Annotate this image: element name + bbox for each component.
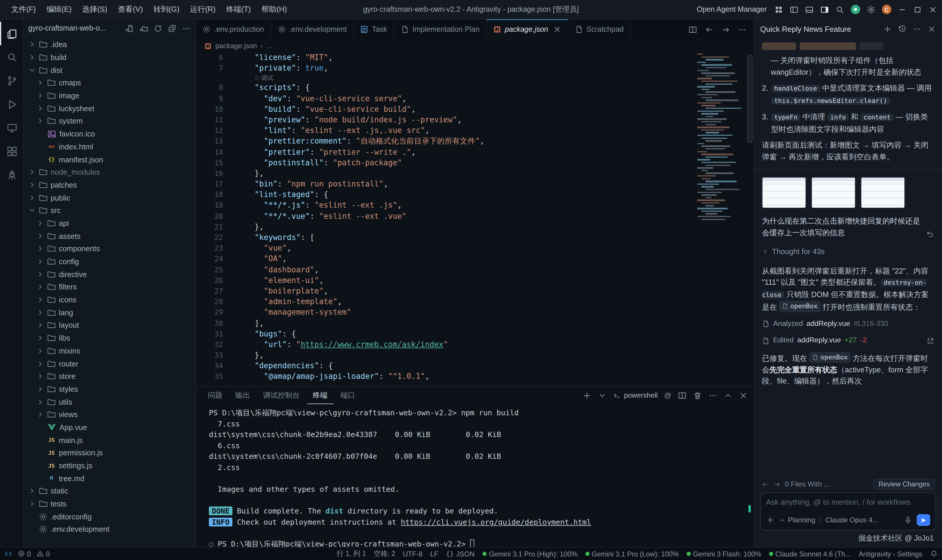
settings-gear-icon[interactable] bbox=[867, 5, 876, 14]
split-icon[interactable] bbox=[678, 391, 686, 400]
problems-warnings[interactable]: 0 bbox=[36, 550, 50, 558]
collapse-all-icon[interactable] bbox=[168, 24, 177, 33]
tree-item-node-modules[interactable]: node_modules bbox=[23, 166, 195, 178]
more-icon[interactable] bbox=[182, 24, 191, 33]
screenshot-thumbnail[interactable] bbox=[762, 177, 806, 208]
new-file-icon[interactable] bbox=[125, 24, 134, 33]
tree-item-image[interactable]: image bbox=[23, 89, 195, 102]
code-chip[interactable]: handleClose bbox=[771, 85, 820, 92]
tree-item-router[interactable]: router bbox=[23, 357, 195, 370]
tree-item-styles[interactable]: styles bbox=[23, 383, 195, 395]
tree-item-tests[interactable]: tests bbox=[23, 498, 195, 510]
menu-h[interactable]: 帮助(H) bbox=[256, 5, 292, 14]
tree-item-settings-js[interactable]: JSsettings.js bbox=[23, 459, 195, 472]
activity-rocket[interactable] bbox=[0, 163, 23, 186]
breadcrumb-file[interactable]: package.json bbox=[215, 42, 257, 50]
close-window-button[interactable] bbox=[928, 5, 937, 14]
code-chip[interactable]: destroy-on-close bbox=[762, 279, 927, 298]
tab-task[interactable]: Task bbox=[354, 19, 394, 39]
status-gemini-3-1-pro-low-100[interactable]: Gemini 3.1 Pro (Low): 100% bbox=[585, 550, 679, 558]
tree-item-filters[interactable]: filters bbox=[23, 281, 195, 293]
tree-item-main-js[interactable]: JSmain.js bbox=[23, 434, 195, 446]
tree-item-utils[interactable]: utils bbox=[23, 395, 195, 408]
tree-item-config[interactable]: config bbox=[23, 255, 195, 268]
tree-item-libs[interactable]: libs bbox=[23, 332, 195, 345]
activity-search[interactable] bbox=[0, 45, 23, 69]
tree-item-env-development[interactable]: .env.development bbox=[23, 523, 195, 535]
refresh-icon[interactable] bbox=[154, 24, 162, 33]
split-icon[interactable] bbox=[688, 25, 697, 34]
more-icon[interactable] bbox=[738, 25, 747, 34]
terminal-tab-item[interactable]: 调试控制台 bbox=[257, 386, 306, 404]
tree-item-tree-md[interactable]: Mtree.md bbox=[23, 472, 195, 485]
status-gemini-3-1-pro-high-100[interactable]: Gemini 3.1 Pro (High): 100% bbox=[482, 550, 577, 558]
status-utf-8[interactable]: UTF-8 bbox=[403, 550, 423, 558]
tree-item-public[interactable]: public bbox=[23, 191, 195, 204]
open-agent-manager-button[interactable]: Open Agent Manager bbox=[697, 5, 767, 14]
tab-env-production[interactable]: .env.production bbox=[196, 19, 271, 39]
tool-call[interactable]: EditedaddReply.vue+27-2 bbox=[762, 335, 934, 346]
code-editor[interactable]: 6 "license": "MIT",7 "private": true,▷调试… bbox=[196, 52, 754, 386]
arrow-right-icon[interactable] bbox=[721, 25, 730, 34]
problems-errors[interactable]: 0 bbox=[17, 550, 31, 558]
tab-scratchpad[interactable]: Scratchpad bbox=[568, 19, 630, 39]
activity-run-debug[interactable] bbox=[0, 92, 23, 116]
tree-item-api[interactable]: api bbox=[23, 217, 195, 229]
status-antigravity-settings[interactable]: Antigravity - Settings bbox=[859, 550, 922, 558]
mode-selector[interactable]: Planning bbox=[779, 516, 815, 524]
tree-item-views[interactable]: views bbox=[23, 408, 195, 421]
arrow-left-icon[interactable] bbox=[705, 25, 714, 34]
terminal-tab-item[interactable]: 输出 bbox=[229, 386, 256, 404]
terminal-link[interactable]: https://cli.vuejs.org/guide/deployment.h… bbox=[401, 518, 591, 526]
code-link[interactable]: https://www.crmeb.com/ask/index bbox=[301, 340, 443, 349]
trash-icon[interactable] bbox=[693, 391, 702, 400]
search-icon[interactable] bbox=[836, 5, 844, 14]
more-icon[interactable] bbox=[708, 391, 717, 400]
terminal-tab-item[interactable]: 终端 bbox=[307, 386, 333, 404]
codelens-debug[interactable]: ▷调试 bbox=[196, 74, 695, 83]
menu-r[interactable]: 运行(R) bbox=[185, 5, 221, 14]
tab-implementation-plan[interactable]: Implementation Plan bbox=[394, 19, 486, 39]
tree-item-build[interactable]: build bbox=[23, 51, 195, 63]
tree-item-components[interactable]: components bbox=[23, 242, 195, 255]
close-icon[interactable] bbox=[927, 25, 936, 34]
explorer-root-label[interactable]: gyro-craftsman-web-o... bbox=[28, 24, 120, 32]
tree-item-manifest-json[interactable]: {}manifest.json bbox=[23, 153, 195, 166]
status-gemini-3-flash-100[interactable]: Gemini 3 Flash: 100% bbox=[686, 550, 761, 558]
review-changes-button[interactable]: Review Changes bbox=[873, 479, 935, 489]
tree-item-dist[interactable]: dist bbox=[23, 64, 195, 77]
code-chip[interactable]: info bbox=[827, 114, 849, 121]
tree-item-permission-js[interactable]: JSpermission.js bbox=[23, 446, 195, 459]
tree-item-store[interactable]: store bbox=[23, 370, 195, 383]
grid-icon[interactable] bbox=[774, 5, 783, 14]
code-chip[interactable]: content bbox=[860, 114, 894, 121]
thought-toggle[interactable]: Thought for 43s bbox=[762, 246, 934, 257]
tree-item-cmaps[interactable]: cmaps bbox=[23, 77, 195, 89]
minimap[interactable] bbox=[695, 54, 745, 386]
code-chip[interactable]: typeFn bbox=[771, 114, 800, 121]
terminal-tab-item[interactable]: 问题 bbox=[202, 386, 228, 404]
antigravity-logo-icon[interactable] bbox=[851, 5, 860, 14]
mention-icon[interactable]: @ bbox=[664, 391, 671, 399]
close-icon[interactable] bbox=[553, 25, 561, 34]
activity-remote[interactable] bbox=[0, 116, 23, 139]
panel-right-icon[interactable] bbox=[820, 5, 829, 14]
chat-composer[interactable]: Planning Claude Opus 4... bbox=[760, 492, 936, 531]
tree-item-index-html[interactable]: <>index.html bbox=[23, 140, 195, 153]
editor-scrollbar[interactable] bbox=[745, 52, 754, 386]
tree-item-patches[interactable]: patches bbox=[23, 178, 195, 191]
mic-icon[interactable] bbox=[904, 516, 912, 524]
tree-item-assets[interactable]: assets bbox=[23, 230, 195, 242]
new-folder-icon[interactable] bbox=[139, 24, 148, 33]
terminal-output[interactable]: PS D:\项目\乐福翔pc端\view-pc\gyro-craftsman-w… bbox=[196, 404, 754, 547]
screenshot-thumbnail[interactable] bbox=[811, 177, 856, 208]
chevron-down-icon[interactable] bbox=[598, 391, 607, 400]
status-json[interactable]: {}JSON bbox=[446, 550, 474, 558]
close-icon[interactable] bbox=[739, 391, 748, 400]
shell-powershell[interactable]: powershell bbox=[613, 391, 658, 399]
tree-item-editorconfig[interactable]: .editorconfig bbox=[23, 510, 195, 523]
conversation-title[interactable]: Quick Reply News Feature bbox=[760, 25, 877, 34]
nav-back-icon[interactable] bbox=[761, 480, 769, 488]
tree-item-luckysheet[interactable]: luckysheet bbox=[23, 102, 195, 115]
panel-left-icon[interactable] bbox=[790, 5, 799, 14]
